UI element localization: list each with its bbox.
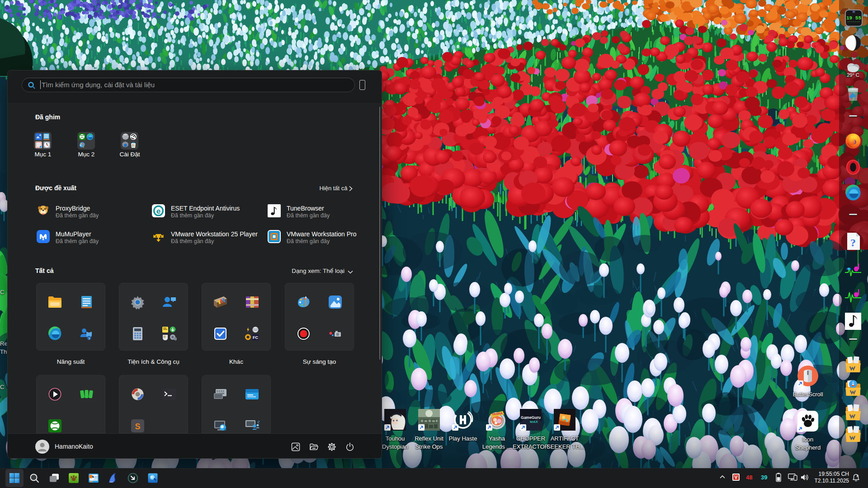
svg-text:FC: FC [253, 335, 258, 340]
svg-text:MAX: MAX [530, 420, 538, 424]
svg-text:S: S [135, 422, 140, 431]
svg-text:e: e [156, 207, 160, 216]
svg-text:?: ? [88, 337, 90, 341]
svg-text:GameGuru: GameGuru [521, 415, 541, 420]
svg-text:?: ? [850, 237, 856, 249]
